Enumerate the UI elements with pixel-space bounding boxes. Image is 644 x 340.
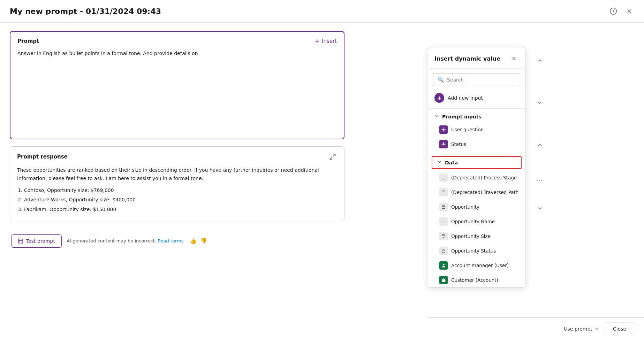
thumbs-down-icon[interactable]: 👎: [200, 238, 207, 244]
customer-account-label: Customer (Account): [451, 277, 498, 283]
read-terms-link[interactable]: Read terms: [158, 238, 183, 244]
add-new-input-button[interactable]: + Add new input: [428, 90, 525, 106]
deprecated-process-stage-item[interactable]: (Deprecated) Process Stage: [428, 170, 525, 185]
scroll-down-arrow[interactable]: [537, 100, 543, 107]
scroll-down-arrow-2[interactable]: [537, 205, 543, 212]
user-question-item[interactable]: User question: [428, 122, 525, 137]
user-question-label: User question: [451, 127, 484, 132]
opportunity-size-icon: [439, 232, 448, 240]
response-box: Prompt response These opportunities are …: [10, 146, 344, 221]
response-box-header: Prompt response: [17, 152, 337, 161]
svg-point-27: [443, 264, 444, 265]
customer-account-item[interactable]: Customer (Account): [428, 273, 525, 287]
divider-1: [428, 108, 525, 109]
use-prompt-button[interactable]: Use prompt: [564, 326, 599, 332]
opportunity-label: Opportunity: [451, 204, 479, 210]
dynamic-value-panel: Insert dynamic value 🔍 + Add new input: [428, 47, 525, 288]
scroll-up-arrow-2[interactable]: [537, 142, 543, 149]
search-input[interactable]: [447, 77, 516, 83]
svg-rect-12: [442, 191, 445, 194]
title-bar-icons: [608, 6, 634, 16]
opportunity-icon: [439, 203, 448, 211]
svg-rect-18: [442, 220, 445, 223]
plus-icon: +: [315, 37, 320, 45]
traversed-path-label: (Deprecated) Traversed Path: [451, 190, 518, 195]
close-button[interactable]: Close: [605, 323, 634, 335]
prompt-inputs-section-header[interactable]: Prompt inputs: [428, 111, 525, 122]
insert-button[interactable]: + Insert: [315, 37, 337, 45]
svg-rect-24: [442, 249, 445, 253]
expand-icon[interactable]: [328, 152, 337, 161]
response-list: Contoso, Opportunity size: $769,000 Adve…: [24, 186, 337, 214]
customer-account-icon: [439, 276, 448, 284]
save-icon[interactable]: [608, 6, 618, 16]
more-options-icon[interactable]: ···: [537, 177, 543, 184]
panel-close-button[interactable]: [509, 54, 519, 63]
status-label: Status: [451, 141, 466, 147]
traversed-path-icon: [439, 188, 448, 196]
deprecated-traversed-path-item[interactable]: (Deprecated) Traversed Path: [428, 185, 525, 200]
opportunity-name-label: Opportunity Name: [451, 219, 495, 224]
account-manager-item[interactable]: Account manager (User): [428, 258, 525, 273]
opportunity-status-icon: [439, 247, 448, 255]
feedback-icons: 👍 👎: [190, 238, 207, 244]
add-icon: +: [434, 93, 444, 103]
opportunity-status-label: Opportunity Status: [451, 248, 496, 254]
test-prompt-button[interactable]: Test prompt: [11, 234, 62, 248]
chevron-down-icon: [434, 114, 439, 119]
opportunity-size-label: Opportunity Size: [451, 233, 491, 239]
account-manager-label: Account manager (User): [451, 263, 509, 268]
response-text: These opportunities are ranked based on …: [17, 166, 337, 214]
svg-rect-21: [442, 235, 445, 238]
prompt-text[interactable]: Answer in English as bullet points in a …: [17, 49, 337, 133]
search-icon: 🔍: [438, 77, 444, 83]
search-box[interactable]: 🔍: [433, 74, 520, 86]
opportunity-name-icon: [439, 217, 448, 226]
status-icon: [439, 140, 448, 148]
scroll-up-arrow[interactable]: [537, 57, 543, 65]
prompt-box-header: Prompt + Insert: [17, 37, 337, 45]
footer-actions: Test prompt AI-generated content may be …: [10, 234, 344, 248]
data-section-label: Data: [445, 160, 458, 165]
thumbs-up-icon[interactable]: 👍: [190, 238, 197, 244]
svg-rect-9: [442, 176, 445, 179]
svg-point-8: [442, 143, 445, 145]
content-area: Prompt + Insert Answer in English as bul…: [0, 23, 644, 256]
opportunity-name-item[interactable]: Opportunity Name: [428, 214, 525, 229]
svg-line-3: [333, 154, 335, 156]
opportunity-status-item[interactable]: Opportunity Status: [428, 244, 525, 258]
status-item[interactable]: Status: [428, 137, 525, 152]
process-stage-icon: [439, 173, 448, 182]
account-manager-icon: [439, 261, 448, 270]
panel-title: Insert dynamic value: [434, 55, 500, 62]
panel-header: Insert dynamic value: [428, 47, 525, 69]
list-item: Fabrikam, Opportunity size: $150,000: [24, 206, 337, 214]
opportunity-item[interactable]: Opportunity: [428, 200, 525, 214]
svg-rect-15: [442, 206, 445, 209]
svg-point-7: [442, 129, 445, 131]
prompt-box: Prompt + Insert Answer in English as bul…: [10, 31, 344, 139]
divider-2: [428, 154, 525, 154]
bottom-bar: Use prompt Close: [428, 317, 644, 340]
prompt-label: Prompt: [17, 38, 39, 44]
title-bar: My new prompt - 01/31/2024 09:43: [0, 0, 644, 23]
page-title: My new prompt - 01/31/2024 09:43: [10, 7, 161, 16]
close-icon[interactable]: [624, 6, 634, 16]
right-side-controls: ···: [537, 57, 543, 212]
main-window: My new prompt - 01/31/2024 09:43: [0, 0, 644, 340]
user-question-icon: [439, 125, 448, 134]
prompt-inputs-label: Prompt inputs: [442, 114, 482, 119]
data-section-header[interactable]: Data: [432, 156, 522, 169]
svg-line-4: [330, 157, 332, 160]
data-chevron-icon: [437, 160, 442, 165]
list-item: Adventure Works, Opportunity size: $400,…: [24, 196, 337, 204]
opportunity-size-item[interactable]: Opportunity Size: [428, 229, 525, 244]
response-label: Prompt response: [17, 154, 68, 160]
ai-disclaimer: AI-generated content may be incorrect. R…: [67, 238, 184, 244]
left-panel: Prompt + Insert Answer in English as bul…: [10, 31, 344, 248]
process-stage-label: (Deprecated) Process Stage: [451, 175, 517, 180]
list-item: Contoso, Opportunity size: $769,000: [24, 186, 337, 195]
